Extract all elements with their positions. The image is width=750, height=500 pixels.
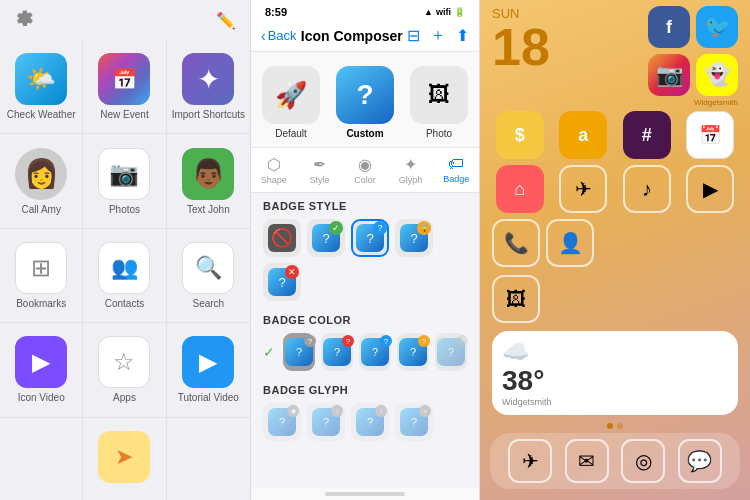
app-photo2[interactable]: 🖼 (492, 275, 540, 323)
facebook-icon[interactable]: f (648, 6, 690, 48)
add-icon[interactable]: ＋ (430, 25, 446, 46)
grid-cell-check-weather[interactable]: 🌤️ Check Weather (0, 40, 83, 134)
grid-cell-contacts[interactable]: 👥 Contacts (83, 229, 166, 323)
badge-none-icon: 🚫 (268, 224, 296, 252)
edit-icon[interactable]: ✏️ (216, 11, 236, 30)
badge-color-4[interactable]: ?? (397, 333, 429, 371)
twitter-icon[interactable]: 🐦 (696, 6, 738, 48)
badge-check[interactable]: ? ✓ (307, 219, 345, 257)
grid-cell-bookmarks[interactable]: ⊞ Bookmarks (0, 229, 83, 323)
folder-icon[interactable]: ⊟ (407, 26, 420, 45)
call-amy-label: Call Amy (21, 204, 60, 215)
grid-cell-apps[interactable]: ☆ Apps (83, 323, 166, 417)
dollar-app-icon: $ (496, 111, 544, 159)
app-calendar[interactable]: 📅 (683, 111, 739, 159)
badge-x[interactable]: ? ✕ (263, 263, 301, 301)
center-status-icons: ▲ wifi 🔋 (424, 7, 465, 17)
app-compass[interactable]: ✈ (556, 165, 612, 213)
grid-cell-new-event[interactable]: 📅 New Event (83, 40, 166, 134)
icon-video-icon: ▶ (15, 336, 67, 388)
shape-tab-icon: ⬡ (267, 155, 281, 174)
page-dot-2 (617, 423, 623, 429)
dock-messages[interactable]: 💬 (678, 439, 722, 483)
photos-label: Photos (109, 204, 140, 215)
glyph-tab-label: Glyph (399, 175, 423, 185)
music-app-icon: ♪ (623, 165, 671, 213)
app-youtube[interactable]: ▶ (683, 165, 739, 213)
color-tab-label: Color (354, 175, 376, 185)
grid-cell-import-shortcuts[interactable]: ✦ Import Shortcuts (167, 40, 250, 134)
badge-color-3[interactable]: ?? (359, 333, 391, 371)
default-preview-icon[interactable]: 🚀 (262, 66, 320, 124)
app-dollar[interactable]: $ (492, 111, 548, 159)
grid-cell-tutorial-video[interactable]: ▶ Tutorial Video (167, 323, 250, 417)
photo-preview-icon[interactable]: 🖼 (410, 66, 468, 124)
check-weather-label: Check Weather (7, 109, 76, 120)
badge-glyph-2[interactable]: ?! (307, 403, 345, 441)
badge-color3-icon: ?? (361, 338, 389, 366)
tab-style[interactable]: ✒ Style (297, 152, 343, 188)
app-phone[interactable]: 📞 (492, 219, 540, 267)
badge-question[interactable]: ? ? (351, 219, 389, 257)
home-bottom-grid: 📞 👤 🖼 ☁️ 38° Widgetsmith (480, 215, 750, 419)
app-amazon[interactable]: a (556, 111, 612, 159)
app-contacts2[interactable]: 👤 (546, 219, 594, 267)
signal-icon: ▲ (424, 7, 433, 17)
amazon-app-icon: a (559, 111, 607, 159)
snapchat-icon[interactable]: 👻 (696, 54, 738, 96)
tab-glyph[interactable]: ✦ Glyph (388, 152, 434, 188)
contacts-label: Contacts (105, 298, 144, 309)
apps-icon: ☆ (98, 336, 150, 388)
badge-color-5[interactable]: ?? (435, 333, 467, 371)
preview-custom: ? Custom (336, 66, 394, 139)
tab-shape[interactable]: ⬡ Shape (251, 152, 297, 188)
grid-cell-text-john[interactable]: 👨🏾 Text John (167, 134, 250, 228)
badge-none[interactable]: 🚫 (263, 219, 301, 257)
badge-color-2[interactable]: ?? (321, 333, 353, 371)
tab-color[interactable]: ◉ Color (342, 152, 388, 188)
right-status-bar: SUN 18 f 🐦 📷 👻 (480, 0, 750, 102)
search-label: Search (192, 298, 224, 309)
grid-cell-call-amy[interactable]: 👩 Call Amy (0, 134, 83, 228)
badge-tab-label: Badge (443, 174, 469, 184)
youtube-app-icon: ▶ (686, 165, 734, 213)
left-toolbar: ✏️ (0, 0, 250, 40)
photo-label: Photo (426, 128, 452, 139)
badge-color-1[interactable]: ?? (283, 333, 315, 371)
glyph-tab-icon: ✦ (404, 155, 417, 174)
grid-cell-icon-video[interactable]: ▶ Icon Video (0, 323, 83, 417)
center-scroll-area: BADGE STYLE 🚫 ? ✓ ? ? ? 🔒 (251, 193, 479, 488)
back-button[interactable]: ‹ Back (261, 28, 297, 44)
right-top-app-columns: f 🐦 📷 👻 (648, 6, 738, 96)
calendar-app-icon: 📅 (686, 111, 734, 159)
app-slack[interactable]: # (619, 111, 675, 159)
badge-glyph-1[interactable]: ?★ (263, 403, 301, 441)
home-phone-contacts-row: 📞 👤 (492, 219, 611, 267)
default-label: Default (275, 128, 307, 139)
app-music[interactable]: ♪ (619, 165, 675, 213)
settings-icon[interactable] (14, 8, 34, 32)
custom-preview-icon[interactable]: ? (336, 66, 394, 124)
contacts-icon: 👥 (98, 242, 150, 294)
badge-glyph-3[interactable]: ?↑ (351, 403, 389, 441)
grid-cell-photos[interactable]: 📷 Photos (83, 134, 166, 228)
dock-compass[interactable]: ◎ (621, 439, 665, 483)
widgetsmith-top-label: Widgetsmith (480, 98, 750, 107)
dock-airplane[interactable]: ✈ (508, 439, 552, 483)
nav-actions: ⊟ ＋ ⬆ (407, 25, 469, 46)
tab-badge[interactable]: 🏷 Badge (433, 152, 479, 188)
share-icon[interactable]: ⬆ (456, 26, 469, 45)
badge-lock[interactable]: ? 🔒 (395, 219, 433, 257)
weather-temp: 38° (502, 365, 544, 397)
icon-video-label: Icon Video (18, 392, 65, 403)
grid-cell-search[interactable]: 🔍 Search (167, 229, 250, 323)
app-airbnb[interactable]: ⌂ (492, 165, 548, 213)
color-check-mark: ✓ (263, 344, 275, 360)
dock-mail[interactable]: ✉ (565, 439, 609, 483)
center-time: 8:59 (265, 6, 287, 18)
badge-glyph-4[interactable]: ?+ (395, 403, 433, 441)
slack-app-icon: # (623, 111, 671, 159)
back-label: Back (268, 28, 297, 43)
instagram-icon[interactable]: 📷 (648, 54, 690, 96)
grid-cell-location[interactable]: ➤ (83, 418, 166, 500)
